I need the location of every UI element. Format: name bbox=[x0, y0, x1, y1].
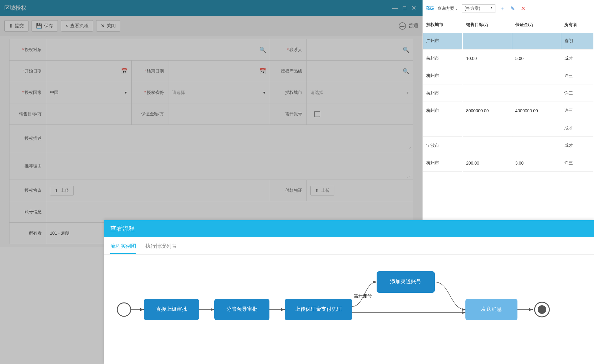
flow-node-3-label: 上传保证金支付凭证 bbox=[295, 306, 342, 312]
table-cell bbox=[463, 33, 512, 50]
advanced-link[interactable]: 高级 bbox=[426, 6, 434, 11]
table-cell: 5.00 bbox=[512, 50, 561, 67]
flow-node-5-label: 发送消息 bbox=[481, 306, 502, 312]
table-cell: 200.00 bbox=[463, 155, 512, 172]
table-row[interactable]: 杭州市200.003.00许三 bbox=[423, 155, 593, 172]
edit-scheme-icon[interactable]: ✎ bbox=[509, 5, 516, 12]
flow-start-node bbox=[117, 303, 131, 316]
col-owner[interactable]: 所有者 bbox=[561, 18, 593, 32]
col-city[interactable]: 授权城市 bbox=[423, 18, 462, 32]
add-scheme-icon[interactable]: ＋ bbox=[498, 5, 506, 12]
scheme-label: 查询方案： bbox=[437, 6, 459, 11]
scheme-select[interactable]: (空方案) bbox=[462, 4, 495, 13]
flow-modal: 查看流程 流程实例图 执行情况列表 直接上级审批 分管领导审批 上传保证金支付凭 bbox=[104, 220, 594, 364]
table-row[interactable]: 杭州市10.005.00成才 bbox=[423, 50, 593, 67]
col-target[interactable]: 销售目标/万 bbox=[463, 18, 512, 32]
table-row[interactable]: 杭州市许三 bbox=[423, 85, 593, 102]
tab-diagram[interactable]: 流程实例图 bbox=[110, 243, 136, 254]
flow-node-1-label: 直接上级审批 bbox=[156, 306, 187, 312]
flow-tabs: 流程实例图 执行情况列表 bbox=[104, 237, 594, 254]
table-row[interactable]: 成才 bbox=[423, 120, 593, 137]
table-cell bbox=[463, 68, 512, 84]
table-cell: 许三 bbox=[561, 102, 593, 119]
table-row[interactable]: 杭州市8000000.004000000.00许三 bbox=[423, 102, 593, 119]
table-cell: 广州市 bbox=[423, 33, 462, 50]
table-cell: 3.00 bbox=[512, 155, 561, 172]
table-cell bbox=[423, 120, 462, 137]
table-cell: 杭州市 bbox=[423, 50, 462, 67]
flow-node-2-label: 分管领导审批 bbox=[226, 306, 258, 312]
flow-edge-label: 需开账号 bbox=[354, 293, 372, 298]
table-cell: 杭州市 bbox=[423, 155, 462, 172]
table-row[interactable]: 杭州市许三 bbox=[423, 68, 593, 84]
table-cell: 杭州市 bbox=[423, 102, 462, 119]
table-cell: 成才 bbox=[561, 137, 593, 154]
table-cell bbox=[512, 68, 561, 84]
flow-diagram: 直接上级审批 分管领导审批 上传保证金支付凭证 需开账号 添加渠道账号 发送消息 bbox=[104, 254, 594, 340]
table-cell: 许三 bbox=[561, 85, 593, 102]
svg-point-0 bbox=[538, 305, 546, 314]
table-cell: 许三 bbox=[561, 68, 593, 84]
table-cell: 4000000.00 bbox=[512, 102, 561, 119]
flow-modal-title: 查看流程 bbox=[104, 220, 594, 237]
table-cell bbox=[463, 137, 512, 154]
bg-table: 授权城市 销售目标/万 保证金/万 所有者 广州市袁朗杭州市10.005.00成… bbox=[423, 17, 594, 172]
table-cell: 许三 bbox=[561, 155, 593, 172]
table-cell bbox=[512, 85, 561, 102]
tab-exec-list[interactable]: 执行情况列表 bbox=[145, 243, 177, 254]
table-cell bbox=[512, 120, 561, 137]
table-cell bbox=[512, 137, 561, 154]
table-cell: 8000000.00 bbox=[463, 102, 512, 119]
table-cell: 成才 bbox=[561, 120, 593, 137]
table-row[interactable]: 宁波市成才 bbox=[423, 137, 593, 154]
table-cell bbox=[463, 85, 512, 102]
table-cell: 杭州市 bbox=[423, 68, 462, 84]
bg-toolbar: 高级 查询方案： (空方案) ＋ ✎ ✕ bbox=[423, 0, 594, 17]
table-cell bbox=[463, 120, 512, 137]
table-cell: 成才 bbox=[561, 50, 593, 67]
table-cell: 10.00 bbox=[463, 50, 512, 67]
flow-node-4-label: 添加渠道账号 bbox=[390, 279, 421, 284]
table-cell: 杭州市 bbox=[423, 85, 462, 102]
col-deposit[interactable]: 保证金/万 bbox=[512, 18, 561, 32]
table-cell: 袁朗 bbox=[561, 33, 593, 50]
delete-scheme-icon[interactable]: ✕ bbox=[519, 5, 527, 12]
table-cell bbox=[512, 33, 561, 50]
table-row[interactable]: 广州市袁朗 bbox=[423, 33, 593, 50]
table-cell: 宁波市 bbox=[423, 137, 462, 154]
